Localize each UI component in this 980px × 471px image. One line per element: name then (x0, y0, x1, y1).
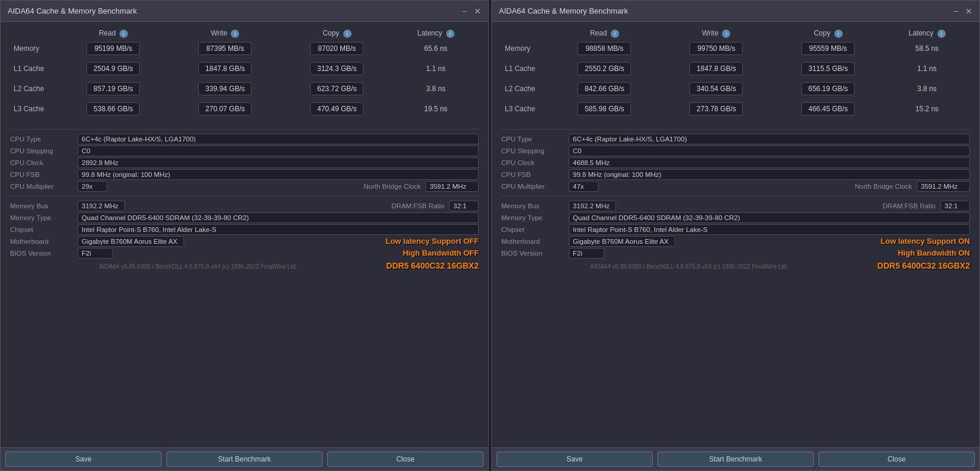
cpu-multiplier-value: 47x (569, 181, 598, 192)
info-row: CPU Type6C+4c (Raptor Lake-HX/S, LGA1700… (10, 133, 479, 145)
latency-value: 3.8 ns (884, 80, 970, 97)
info-row: CPU SteppingC0 (10, 145, 479, 157)
latency-value: 65.6 ns (393, 40, 479, 57)
table-row: Memory 95199 MB/s 87395 MB/s 87020 MB/s … (10, 40, 479, 57)
nb-clock-label: North Bridge Clock (855, 183, 912, 190)
start-benchmark-button[interactable]: Start Benchmark (657, 451, 814, 467)
info-label: CPU FSB (501, 171, 566, 178)
info-label: Chipset (501, 226, 566, 233)
read-value: 857.19 GB/s (86, 82, 140, 95)
overlay-line3: DDR5 6400C32 16GBX2 (878, 260, 970, 272)
copy-value: 3115.5 GB/s (801, 62, 855, 75)
close-button[interactable]: Close (327, 451, 483, 467)
read-value: 95199 MB/s (86, 42, 140, 55)
row-label: Memory (10, 40, 57, 57)
copy-value: 95559 MB/s (801, 42, 855, 55)
latency-info-icon[interactable]: i (446, 30, 454, 38)
write-info-icon[interactable]: i (231, 30, 239, 38)
table-row: L3 Cache 585.98 GB/s 273.78 GB/s 466.45 … (501, 101, 970, 117)
memory-bus-label: Memory Bus (10, 202, 75, 209)
row-label: Memory (501, 40, 549, 57)
table-row: L1 Cache 2504.9 GB/s 1847.8 GB/s 3124.3 … (10, 60, 479, 77)
info-value: 4688.5 MHz (569, 157, 970, 168)
row-label: L1 Cache (10, 60, 57, 77)
latency-value: 1.1 ns (393, 60, 479, 77)
info-row: CPU Type6C+4c (Raptor Lake-HX/S, LGA1700… (501, 133, 970, 145)
info-label: CPU FSB (10, 171, 75, 178)
info-value: Quad Channel DDR5-6400 SDRAM (32-39-39-8… (569, 212, 970, 223)
nb-clock-value: 3591.2 MHz (917, 181, 970, 192)
info-row: CPU FSB99.8 MHz (original: 100 MHz) (10, 169, 479, 180)
latency-value: 58.5 ns (884, 40, 970, 57)
close-button[interactable]: ✕ (965, 7, 972, 16)
col-header-copy: Copy i (281, 27, 393, 40)
read-info-icon[interactable]: i (611, 30, 619, 38)
latency-value: 19.5 ns (393, 101, 479, 117)
col-header-write: Write i (169, 27, 281, 40)
info-value: Intel Raptor Point-S B760, Intel Alder L… (78, 224, 479, 235)
info-value: Quad Channel DDR5-6400 SDRAM (32-39-39-8… (78, 212, 479, 223)
info-label: Memory Type (10, 214, 75, 221)
cpu-multiplier-label: CPU Multiplier (10, 183, 75, 190)
info-label: CPU Stepping (501, 147, 566, 154)
table-row: L2 Cache 857.19 GB/s 339.94 GB/s 623.72 … (10, 80, 479, 97)
latency-info-icon[interactable]: i (937, 30, 946, 38)
window-right: AIDA64 Cache & Memory Benchmark − ✕ Read… (491, 0, 980, 471)
copy-info-icon[interactable]: i (834, 30, 843, 38)
write-info-icon[interactable]: i (722, 30, 730, 38)
write-value: 339.94 GB/s (198, 82, 252, 95)
minimize-button[interactable]: − (462, 7, 467, 16)
info-label: Chipset (10, 226, 75, 233)
read-value: 585.98 GB/s (578, 102, 631, 115)
col-header-write: Write i (660, 27, 772, 40)
motherboard-label: Motherboard (10, 238, 75, 245)
read-value: 98858 MB/s (578, 42, 631, 55)
latency-value: 15.2 ns (884, 101, 970, 117)
write-value: 340.54 GB/s (689, 82, 743, 95)
bios-row: BIOS Version F2i High Bandwidth OFF (10, 247, 479, 259)
info-label: CPU Clock (10, 159, 75, 166)
cpu-multiplier-label: CPU Multiplier (501, 183, 566, 190)
overlay-line1: Low latency Support ON (881, 236, 970, 247)
table-row: L1 Cache 2550.2 GB/s 1847.8 GB/s 3115.5 … (501, 60, 970, 77)
copy-value: 656.19 GB/s (801, 82, 855, 95)
start-benchmark-button[interactable]: Start Benchmark (166, 451, 323, 467)
window-title: AIDA64 Cache & Memory Benchmark (8, 7, 137, 15)
footer-bar: SaveStart BenchmarkClose (492, 447, 979, 470)
row-label: L3 Cache (10, 101, 57, 117)
info-value: C0 (569, 146, 970, 156)
memory-bus-value: 3192.2 MHz (569, 201, 616, 211)
info-row: ChipsetIntel Raptor Point-S B760, Intel … (501, 224, 970, 236)
nb-clock-value: 3591.2 MHz (425, 181, 479, 192)
bios-label: BIOS Version (501, 250, 566, 257)
overlay-line2: High Bandwidth OFF (402, 248, 479, 259)
save-button[interactable]: Save (5, 451, 162, 467)
dram-fsb-label: DRAM:FSB Ratio (392, 202, 444, 209)
bios-value: F2i (569, 248, 604, 259)
close-button[interactable]: Close (818, 451, 975, 467)
info-value: 99.8 MHz (original: 100 MHz) (78, 169, 479, 180)
info-value: C0 (78, 146, 479, 156)
window-title: AIDA64 Cache & Memory Benchmark (499, 7, 628, 15)
motherboard-value: Gigabyte B760M Aorus Elite AX (78, 236, 184, 247)
bios-value: F2i (78, 248, 113, 259)
copy-info-icon[interactable]: i (343, 30, 352, 38)
read-info-icon[interactable]: i (120, 30, 128, 38)
info-label: CPU Type (10, 136, 75, 143)
dram-fsb-value: 32:1 (940, 201, 970, 211)
row-label: L2 Cache (501, 80, 549, 97)
save-button[interactable]: Save (497, 451, 653, 467)
write-value: 1847.8 GB/s (689, 62, 743, 75)
write-value: 270.07 GB/s (198, 102, 252, 115)
info-label: CPU Type (501, 136, 566, 143)
minimize-button[interactable]: − (953, 7, 958, 16)
close-button[interactable]: ✕ (474, 7, 481, 16)
dram-fsb-value: 32:1 (449, 201, 479, 211)
memory-bus-row: Memory Bus 3192.2 MHz DRAM:FSB Ratio 32:… (10, 200, 479, 212)
memory-bus-label: Memory Bus (501, 202, 566, 209)
cpu-multiplier-row: CPU Multiplier 29x North Bridge Clock 35… (10, 180, 479, 192)
dram-fsb-label: DRAM:FSB Ratio (883, 202, 936, 209)
bios-row: BIOS Version F2i High Bandwidth ON (501, 247, 970, 259)
info-label: CPU Clock (501, 159, 566, 166)
row-label: L3 Cache (501, 101, 549, 117)
